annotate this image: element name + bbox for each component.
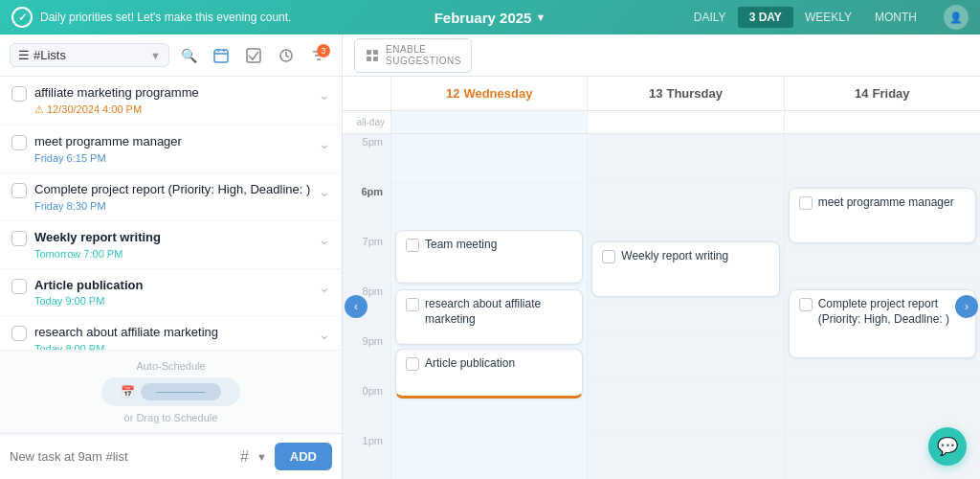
task-due: Friday 6:15 PM bbox=[34, 152, 311, 164]
svg-rect-12 bbox=[373, 57, 378, 61]
expand-icon[interactable]: ⌄ bbox=[319, 327, 330, 342]
expand-icon[interactable]: ⌄ bbox=[319, 280, 330, 295]
allday-row: all-day bbox=[343, 111, 980, 134]
day-header-thursday: 13 Thursday bbox=[587, 77, 783, 110]
view-nav: DAILY 3 DAY WEEKLY MONTH bbox=[682, 7, 928, 28]
topbar-message: Daily priorities set! Let's make this ev… bbox=[40, 11, 675, 24]
task-list: affiliate marketing programme ⚠ 12/30/20… bbox=[0, 77, 342, 350]
dropdown-arrow: ▼ bbox=[150, 50, 161, 61]
task-due: ⚠ 12/30/2024 4:00 PM bbox=[34, 103, 311, 116]
nav-weekly[interactable]: WEEKLY bbox=[793, 7, 863, 28]
event-research-affiliate[interactable]: research about affiliate marketing bbox=[395, 289, 583, 345]
calendar-view-button[interactable] bbox=[208, 42, 234, 69]
topbar: ✓ Daily priorities set! Let's make this … bbox=[0, 0, 980, 34]
task-title: research about affiliate marketing bbox=[34, 325, 311, 341]
nav-monthly[interactable]: MONTH bbox=[863, 7, 928, 28]
list-selector[interactable]: ☰ #Lists ▼ bbox=[10, 43, 169, 67]
app-logo[interactable]: ✓ bbox=[11, 7, 33, 28]
task-title: affiliate marketing programme bbox=[34, 85, 311, 102]
day-header-friday: 14 Friday bbox=[784, 77, 980, 110]
list-item[interactable]: affiliate marketing programme ⚠ 12/30/20… bbox=[0, 77, 342, 125]
list-item[interactable]: Weekly report writing Tomorrow 7:00 PM ⌄ bbox=[0, 221, 342, 269]
filter-button[interactable]: 3 bbox=[305, 42, 332, 69]
calendar-icon: 📅 bbox=[121, 385, 135, 399]
list-item[interactable]: Article publication Today 9:00 PM ⌄ bbox=[0, 269, 342, 317]
task-checkbox[interactable] bbox=[11, 326, 27, 341]
chat-button[interactable]: 💬 bbox=[928, 427, 967, 466]
time-5pm: 5pm bbox=[343, 134, 390, 184]
hash-button[interactable]: # bbox=[240, 448, 249, 466]
next-day-button[interactable]: › bbox=[955, 295, 978, 318]
event-checkbox[interactable] bbox=[602, 250, 615, 263]
event-weekly-report[interactable]: Weekly report writing bbox=[591, 241, 779, 297]
calendar-toolbar: ENABLESUGGESTIONS bbox=[343, 34, 980, 77]
expand-icon[interactable]: ⌄ bbox=[319, 87, 330, 103]
event-checkbox[interactable] bbox=[799, 298, 813, 311]
task-title: Complete project report (Priority: High,… bbox=[34, 182, 311, 198]
expand-icon[interactable]: ⌄ bbox=[319, 184, 330, 199]
task-due: Today 8:00 PM bbox=[34, 343, 311, 350]
task-checkbox[interactable] bbox=[11, 279, 27, 294]
task-checkbox[interactable] bbox=[11, 183, 27, 198]
date-title[interactable]: February 2025 ▼ bbox=[434, 10, 546, 26]
list-item[interactable]: meet programme manager Friday 6:15 PM ⌄ bbox=[0, 125, 342, 173]
task-due: Friday 8:30 PM bbox=[34, 200, 311, 212]
event-checkbox[interactable] bbox=[406, 239, 419, 252]
nav-daily[interactable]: DAILY bbox=[682, 7, 738, 28]
main-layout: ☰ #Lists ▼ 🔍 3 aff bbox=[0, 34, 980, 479]
warning-icon: ⚠ bbox=[34, 103, 44, 116]
task-input-bar: # ▼ ADD bbox=[0, 433, 342, 479]
suggestions-label: ENABLESUGGESTIONS bbox=[386, 44, 461, 67]
day-header-wednesday: 12 Wednesday bbox=[390, 77, 587, 110]
expand-icon[interactable]: ⌄ bbox=[319, 232, 330, 247]
task-title: meet programme manager bbox=[34, 134, 311, 150]
event-team-meeting[interactable]: Team meeting bbox=[395, 230, 583, 284]
time-9pm: 9pm bbox=[343, 333, 390, 383]
nav-3day[interactable]: 3 DAY bbox=[738, 7, 793, 28]
day-column-thursday: Weekly report writing bbox=[587, 134, 783, 479]
task-due: Tomorrow 7:00 PM bbox=[34, 248, 311, 260]
task-title: Weekly report writing bbox=[34, 230, 311, 246]
event-meet-programme-manager[interactable]: meet programme manager bbox=[789, 188, 976, 243]
prev-day-button[interactable]: ‹ bbox=[345, 295, 368, 318]
task-checkbox[interactable] bbox=[11, 135, 27, 150]
event-checkbox[interactable] bbox=[406, 298, 419, 311]
check-button[interactable] bbox=[240, 42, 267, 69]
event-article-publication[interactable]: Article publication bbox=[395, 349, 583, 399]
time-11pm: 1pm bbox=[343, 433, 390, 479]
sidebar-toolbar: ☰ #Lists ▼ 🔍 3 bbox=[0, 34, 342, 77]
task-due: Today 9:00 PM bbox=[34, 295, 311, 307]
allday-label: all-day bbox=[343, 111, 390, 133]
allday-cell-thu bbox=[587, 111, 783, 133]
task-title: Article publication bbox=[34, 278, 311, 294]
time-6pm: 6pm bbox=[343, 184, 390, 234]
event-checkbox[interactable] bbox=[406, 357, 419, 371]
svg-rect-9 bbox=[367, 50, 371, 55]
calendar-day-headers: 12 Wednesday 13 Thursday 14 Friday bbox=[343, 77, 980, 111]
input-dropdown-icon[interactable]: ▼ bbox=[256, 451, 267, 463]
new-task-input[interactable] bbox=[10, 449, 233, 464]
list-item[interactable]: Complete project report (Priority: High,… bbox=[0, 173, 342, 221]
time-7pm: 7pm bbox=[343, 234, 390, 284]
calendar-wrapper: ENABLESUGGESTIONS 12 Wednesday 13 Thursd… bbox=[343, 34, 980, 479]
day-column-wednesday: Team meeting research about affiliate ma… bbox=[390, 134, 587, 479]
search-button[interactable]: 🔍 bbox=[175, 42, 202, 69]
add-task-button[interactable]: ADD bbox=[275, 443, 332, 470]
enable-suggestions-button[interactable]: ENABLESUGGESTIONS bbox=[354, 38, 472, 73]
svg-rect-10 bbox=[373, 50, 378, 55]
sidebar: ☰ #Lists ▼ 🔍 3 aff bbox=[0, 34, 343, 479]
auto-schedule-button[interactable]: 📅 ────── bbox=[101, 377, 239, 406]
calendar-scroll: 5pm 6pm 7pm 8pm 9pm 0pm 1pm bbox=[343, 134, 980, 479]
task-checkbox[interactable] bbox=[11, 86, 27, 102]
event-complete-project-report[interactable]: Complete project report (Priority: High,… bbox=[789, 289, 976, 358]
suggestions-icon bbox=[365, 48, 380, 63]
days-grid: Team meeting research about affiliate ma… bbox=[390, 134, 980, 479]
history-button[interactable] bbox=[273, 42, 300, 69]
calendar-body: ‹ 5pm 6pm 7pm 8pm 9pm 0pm 1pm bbox=[343, 134, 980, 479]
event-checkbox[interactable] bbox=[799, 196, 813, 210]
list-item[interactable]: research about affiliate marketing Today… bbox=[0, 316, 342, 350]
task-checkbox[interactable] bbox=[11, 231, 27, 246]
filter-badge: 3 bbox=[317, 44, 330, 57]
expand-icon[interactable]: ⌄ bbox=[319, 136, 330, 151]
avatar[interactable]: 👤 bbox=[944, 5, 969, 30]
